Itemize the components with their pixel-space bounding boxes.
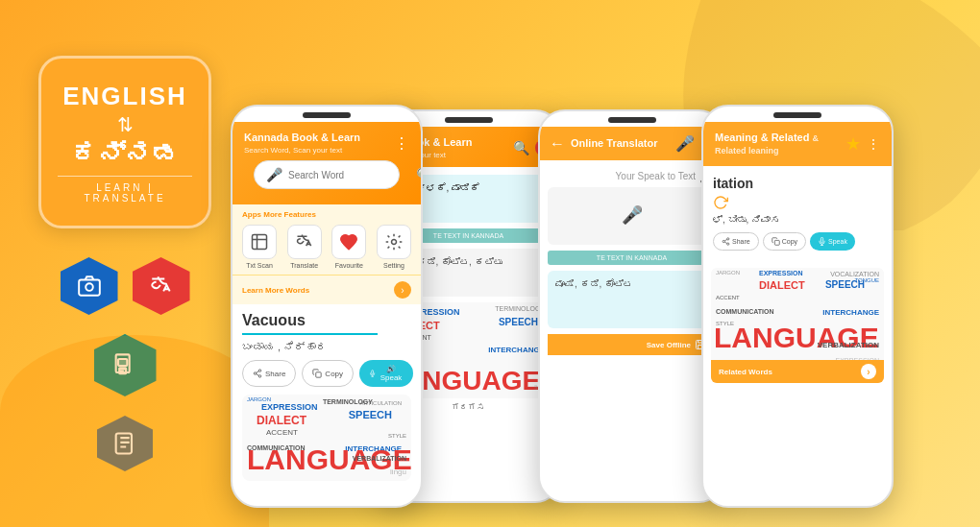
phone1-features-grid: Txt Scan Translate Favourite Setting <box>242 225 411 269</box>
hexagon-row-1 <box>61 257 190 315</box>
meaning-kannada: ಳ್, ಬೀಡು, ನಿವಾಸ <box>713 214 882 225</box>
translate-hexagon[interactable] <box>133 257 190 315</box>
feature-translate[interactable]: Translate <box>287 225 322 269</box>
phone1-search-input[interactable] <box>288 170 410 180</box>
phone4-speak-button[interactable]: Speak <box>810 232 855 251</box>
wc-lingu: lingu <box>390 467 406 476</box>
phone1-word-cloud: EXPRESSION ARTICULATION TERMINOLOGY JARG… <box>242 395 411 481</box>
wc-speech: SPEECH <box>349 409 392 420</box>
wc4-interchange: INTERCHANGE <box>822 308 879 317</box>
phone4-speak-label: Speak <box>828 238 847 245</box>
related-words-text: Related Words <box>719 368 772 376</box>
wc-verbalization: VERBALIZATION <box>353 455 406 462</box>
phone1-header-row: Kannada Book & Learn Search Word, Scan y… <box>244 132 409 155</box>
setting-label: Setting <box>383 262 404 269</box>
arrows-icon: ⇅ <box>117 113 134 136</box>
feature-setting[interactable]: Setting <box>377 225 411 269</box>
phone3-mic-big-icon: 🎤 <box>555 204 708 226</box>
phone3-header: ← Online Translator 🎤 ⋮ <box>540 127 723 160</box>
phone1-search-bar[interactable]: 🎤 🔍 <box>254 160 400 189</box>
feature-favourite[interactable]: Favourite <box>331 225 366 269</box>
learn-more-arrow-icon[interactable]: › <box>394 281 411 299</box>
svg-point-1 <box>86 283 93 291</box>
phone-4: Meaning & Related & Related leaning ★ ⋮ … <box>701 105 894 508</box>
phone3-stt-header: Your Speak to Text 🎤 <box>548 168 716 183</box>
kannada-label: ಕನ್ನಡ <box>71 138 179 170</box>
wc-style: STYLE <box>388 433 406 439</box>
phone1-title: Kannada Book & Learn <box>244 132 360 144</box>
phone1-title-block: Kannada Book & Learn Search Word, Scan y… <box>244 132 360 155</box>
wc-accent: ACCENT <box>266 428 298 437</box>
wc4-speech: SPEECH <box>825 279 865 290</box>
favourite-label: Favourite <box>335 262 363 269</box>
phone1-menu-icon[interactable]: ⋮ <box>394 134 409 153</box>
svg-line-18 <box>724 240 727 241</box>
phone3-output-text: ಮೂಷಿ, ಕಡಿ, ಕೊಟ್ಟ <box>555 278 708 289</box>
phone4-action-buttons: Share Copy Speak <box>713 232 882 251</box>
learn-translate-label: LEARN | TRANSLATE <box>58 176 191 204</box>
wc4-dialect: DIALECT <box>759 279 805 291</box>
phone1-search-icon[interactable]: 🔍 <box>416 167 423 182</box>
phone4-header: Meaning & Related & Related leaning ★ ⋮ <box>703 122 892 166</box>
phone1-copy-button[interactable]: Copy <box>302 360 354 387</box>
word-english: Vacuous <box>242 312 411 329</box>
feature-txt-scan[interactable]: Txt Scan <box>242 225 277 269</box>
learn-more-label: Learn More Words <box>242 286 309 295</box>
wc4-verbalization: VERBALIZATION <box>818 341 879 349</box>
svg-point-16 <box>727 243 729 245</box>
svg-rect-19 <box>774 241 779 246</box>
wave-bg <box>0 335 269 527</box>
phone1-learn-section: Learn More Words › <box>233 275 421 304</box>
phone4-share-label: Share <box>732 238 750 245</box>
wc4-expression: EXPRESSION <box>759 270 803 276</box>
svg-point-14 <box>727 238 729 240</box>
phone3-title: Online Translator <box>571 137 670 150</box>
phone3-input-box[interactable]: 🎤 <box>548 187 716 245</box>
english-label: ENGLISH <box>62 82 187 111</box>
phone2-search-icon[interactable]: 🔍 <box>513 140 529 156</box>
phone3-save-offline-bar: Save Offline <box>548 334 716 355</box>
phone1-header: Kannada Book & Learn Search Word, Scan y… <box>233 122 421 204</box>
camera-hexagon[interactable] <box>61 257 118 315</box>
refresh-icon[interactable] <box>713 195 728 210</box>
phone4-title: Meaning & Related & Related leaning <box>715 132 845 156</box>
phone4-star-icon[interactable]: ★ <box>845 133 861 155</box>
svg-rect-6 <box>253 235 267 250</box>
svg-line-12 <box>257 371 259 373</box>
phone3-back-icon[interactable]: ← <box>550 135 565 153</box>
phone1-features-section: Apps More Features Txt Scan Translate Fa… <box>233 204 421 275</box>
translate-label: Translate <box>290 262 318 269</box>
wc2-interchange: INTERCHANGE <box>488 346 545 354</box>
svg-point-9 <box>254 372 257 375</box>
phone-notch-2 <box>445 117 493 123</box>
meaning-word: itation <box>713 176 882 191</box>
svg-rect-0 <box>79 280 100 296</box>
phone1-mic-icon: 🎤 <box>266 167 282 182</box>
copy-label: Copy <box>325 370 343 378</box>
phone1-speak-button[interactable]: 🔊 Speak <box>359 360 413 387</box>
phone4-related-words-bar: Related Words › <box>711 360 884 383</box>
phone3-content: Your Speak to Text 🎤 🎤 TE TEXT IN KANNAD… <box>540 160 723 363</box>
save-offline-text: Save Offline <box>647 341 691 349</box>
phone-notch-3 <box>608 117 656 123</box>
phone1-action-buttons: Share Copy 🔊 Speak <box>242 360 411 387</box>
setting-icon-box <box>377 225 411 259</box>
phone3-output-box: ಮೂಷಿ, ಕಡಿ, ಕೊಟ್ಟ <box>548 271 716 328</box>
wc-terminology: TERMINOLOGY <box>323 398 373 405</box>
related-words-arrow[interactable]: › <box>861 364 876 379</box>
phone4-menu-icon[interactable]: ⋮ <box>867 136 880 152</box>
phone4-word-cloud: VOCALIZATION EXPRESSION JARGON DIALECT T… <box>711 268 884 383</box>
phone1-word-card: Vacuous ಬಂಡಾಯ , ನಿರ್ಹಾರ <box>242 312 411 352</box>
phone-3: ← Online Translator 🎤 ⋮ Your Speak to Te… <box>538 109 725 503</box>
phone4-meaning-card: itation ಳ್, ಬೀಡು, ನಿವಾಸ Share Copy Speak <box>703 166 892 268</box>
phone4-share-button[interactable]: Share <box>713 232 759 251</box>
wc-jargon: JARGON <box>247 396 271 402</box>
phone3-translate-label: TE TEXT IN KANNADA <box>548 251 716 265</box>
phone4-copy-button[interactable]: Copy <box>763 232 806 251</box>
wc4-communication: COMMUNICATION <box>716 308 774 315</box>
phone3-title-block: Online Translator <box>571 137 670 150</box>
phone1-features-label: Apps More Features <box>242 210 411 219</box>
speak-label: 🔊 Speak <box>379 365 403 382</box>
phone1-share-button[interactable]: Share <box>242 360 296 387</box>
phone3-mic-icon[interactable]: 🎤 <box>675 134 695 153</box>
